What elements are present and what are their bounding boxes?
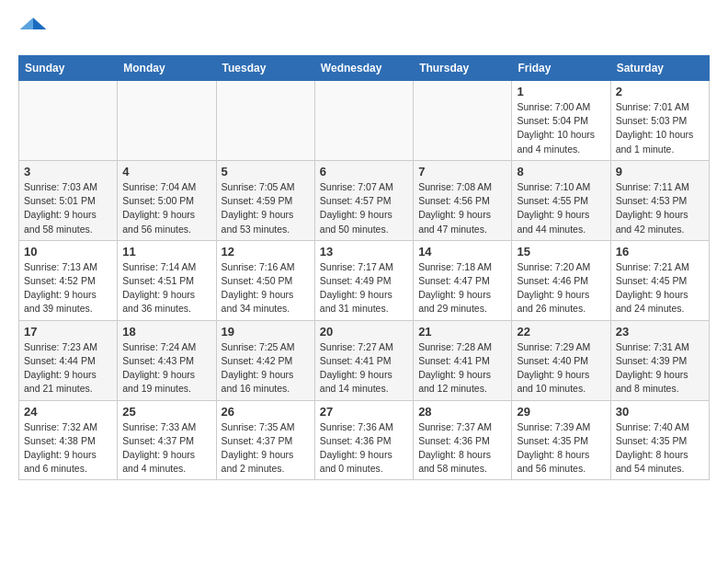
day-info: Sunrise: 7:31 AMSunset: 4:39 PMDaylight:… — [616, 340, 704, 396]
day-cell: 11Sunrise: 7:14 AMSunset: 4:51 PMDayligh… — [118, 240, 216, 320]
week-row-5: 24Sunrise: 7:32 AMSunset: 4:38 PMDayligh… — [19, 400, 710, 480]
day-info: Sunrise: 7:17 AMSunset: 4:49 PMDaylight:… — [320, 260, 408, 316]
day-number: 30 — [616, 405, 704, 419]
day-info: Sunrise: 7:33 AMSunset: 4:37 PMDaylight:… — [122, 420, 210, 477]
day-info: Sunrise: 7:11 AMSunset: 4:53 PMDaylight:… — [616, 180, 704, 236]
page: SundayMondayTuesdayWednesdayThursdayFrid… — [0, 0, 728, 495]
day-cell: 22Sunrise: 7:29 AMSunset: 4:40 PMDayligh… — [512, 320, 610, 400]
day-number: 18 — [122, 325, 210, 339]
day-cell: 13Sunrise: 7:17 AMSunset: 4:49 PMDayligh… — [314, 240, 413, 320]
day-number: 1 — [517, 85, 605, 98]
logo — [18, 15, 51, 44]
day-number: 27 — [320, 405, 408, 419]
day-number: 3 — [24, 165, 112, 178]
day-number: 13 — [320, 245, 408, 259]
day-info: Sunrise: 7:14 AMSunset: 4:51 PMDaylight:… — [122, 260, 210, 316]
day-cell: 19Sunrise: 7:25 AMSunset: 4:42 PMDayligh… — [216, 320, 314, 400]
day-cell: 23Sunrise: 7:31 AMSunset: 4:39 PMDayligh… — [610, 320, 709, 400]
week-row-3: 10Sunrise: 7:13 AMSunset: 4:52 PMDayligh… — [19, 240, 710, 320]
day-number: 14 — [418, 245, 506, 259]
day-cell — [216, 81, 314, 161]
col-header-thursday: Thursday — [414, 56, 512, 81]
col-header-wednesday: Wednesday — [314, 56, 413, 81]
day-info: Sunrise: 7:37 AMSunset: 4:36 PMDaylight:… — [418, 420, 506, 477]
col-header-monday: Monday — [118, 56, 216, 81]
day-number: 16 — [616, 245, 704, 259]
day-number: 11 — [122, 245, 210, 259]
day-info: Sunrise: 7:13 AMSunset: 4:52 PMDaylight:… — [24, 260, 112, 316]
day-cell: 29Sunrise: 7:39 AMSunset: 4:35 PMDayligh… — [512, 400, 610, 480]
day-number: 5 — [222, 165, 310, 178]
week-row-2: 3Sunrise: 7:03 AMSunset: 5:01 PMDaylight… — [19, 160, 710, 240]
day-number: 9 — [616, 165, 704, 178]
day-number: 17 — [24, 325, 112, 339]
col-header-saturday: Saturday — [610, 56, 709, 81]
day-number: 25 — [122, 405, 210, 419]
day-info: Sunrise: 7:40 AMSunset: 4:35 PMDaylight:… — [616, 420, 704, 477]
day-cell: 9Sunrise: 7:11 AMSunset: 4:53 PMDaylight… — [610, 160, 709, 240]
day-number: 4 — [122, 165, 210, 178]
day-cell — [414, 81, 512, 161]
day-info: Sunrise: 7:08 AMSunset: 4:56 PMDaylight:… — [418, 180, 506, 236]
week-row-4: 17Sunrise: 7:23 AMSunset: 4:44 PMDayligh… — [19, 320, 710, 400]
day-info: Sunrise: 7:10 AMSunset: 4:55 PMDaylight:… — [517, 180, 605, 236]
day-number: 7 — [418, 165, 506, 178]
day-cell: 2Sunrise: 7:01 AMSunset: 5:03 PMDaylight… — [610, 81, 709, 161]
day-info: Sunrise: 7:23 AMSunset: 4:44 PMDaylight:… — [24, 340, 112, 396]
day-cell: 25Sunrise: 7:33 AMSunset: 4:37 PMDayligh… — [118, 400, 216, 480]
day-cell: 16Sunrise: 7:21 AMSunset: 4:45 PMDayligh… — [610, 240, 709, 320]
header — [18, 15, 710, 44]
day-cell: 18Sunrise: 7:24 AMSunset: 4:43 PMDayligh… — [118, 320, 216, 400]
day-info: Sunrise: 7:28 AMSunset: 4:41 PMDaylight:… — [418, 340, 506, 396]
day-info: Sunrise: 7:00 AMSunset: 5:04 PMDaylight:… — [517, 100, 605, 156]
day-cell: 30Sunrise: 7:40 AMSunset: 4:35 PMDayligh… — [610, 400, 709, 480]
day-number: 19 — [222, 325, 310, 339]
day-info: Sunrise: 7:24 AMSunset: 4:43 PMDaylight:… — [122, 340, 210, 396]
day-info: Sunrise: 7:04 AMSunset: 5:00 PMDaylight:… — [122, 180, 210, 236]
day-number: 10 — [24, 245, 112, 259]
day-cell: 12Sunrise: 7:16 AMSunset: 4:50 PMDayligh… — [216, 240, 314, 320]
day-info: Sunrise: 7:25 AMSunset: 4:42 PMDaylight:… — [222, 340, 310, 396]
day-cell: 15Sunrise: 7:20 AMSunset: 4:46 PMDayligh… — [512, 240, 610, 320]
day-number: 23 — [616, 325, 704, 339]
day-info: Sunrise: 7:03 AMSunset: 5:01 PMDaylight:… — [24, 180, 112, 236]
day-cell — [314, 81, 413, 161]
day-number: 21 — [418, 325, 506, 339]
day-cell: 14Sunrise: 7:18 AMSunset: 4:47 PMDayligh… — [414, 240, 512, 320]
day-cell: 7Sunrise: 7:08 AMSunset: 4:56 PMDaylight… — [414, 160, 512, 240]
calendar-table: SundayMondayTuesdayWednesdayThursdayFrid… — [18, 55, 710, 480]
day-number: 6 — [320, 165, 408, 178]
day-number: 28 — [418, 405, 506, 419]
day-info: Sunrise: 7:29 AMSunset: 4:40 PMDaylight:… — [517, 340, 605, 396]
day-number: 8 — [517, 165, 605, 178]
day-cell: 6Sunrise: 7:07 AMSunset: 4:57 PMDaylight… — [314, 160, 413, 240]
day-number: 24 — [24, 405, 112, 419]
day-number: 26 — [222, 405, 310, 419]
day-info: Sunrise: 7:07 AMSunset: 4:57 PMDaylight:… — [320, 180, 408, 236]
day-cell: 27Sunrise: 7:36 AMSunset: 4:36 PMDayligh… — [314, 400, 413, 480]
day-cell: 5Sunrise: 7:05 AMSunset: 4:59 PMDaylight… — [216, 160, 314, 240]
day-number: 20 — [320, 325, 408, 339]
day-cell: 20Sunrise: 7:27 AMSunset: 4:41 PMDayligh… — [314, 320, 413, 400]
day-info: Sunrise: 7:16 AMSunset: 4:50 PMDaylight:… — [222, 260, 310, 316]
day-cell — [118, 81, 216, 161]
week-row-1: 1Sunrise: 7:00 AMSunset: 5:04 PMDaylight… — [19, 81, 710, 161]
day-info: Sunrise: 7:01 AMSunset: 5:03 PMDaylight:… — [616, 100, 704, 156]
day-cell: 17Sunrise: 7:23 AMSunset: 4:44 PMDayligh… — [19, 320, 118, 400]
calendar-header-row: SundayMondayTuesdayWednesdayThursdayFrid… — [19, 56, 710, 81]
col-header-tuesday: Tuesday — [216, 56, 314, 81]
day-info: Sunrise: 7:27 AMSunset: 4:41 PMDaylight:… — [320, 340, 408, 396]
day-info: Sunrise: 7:39 AMSunset: 4:35 PMDaylight:… — [517, 420, 605, 477]
day-cell: 4Sunrise: 7:04 AMSunset: 5:00 PMDaylight… — [118, 160, 216, 240]
col-header-sunday: Sunday — [19, 56, 118, 81]
day-info: Sunrise: 7:21 AMSunset: 4:45 PMDaylight:… — [616, 260, 704, 316]
day-number: 2 — [616, 85, 704, 98]
col-header-friday: Friday — [512, 56, 610, 81]
day-number: 22 — [517, 325, 605, 339]
day-info: Sunrise: 7:20 AMSunset: 4:46 PMDaylight:… — [517, 260, 605, 316]
day-cell: 3Sunrise: 7:03 AMSunset: 5:01 PMDaylight… — [19, 160, 118, 240]
day-cell: 8Sunrise: 7:10 AMSunset: 4:55 PMDaylight… — [512, 160, 610, 240]
day-number: 15 — [517, 245, 605, 259]
day-info: Sunrise: 7:18 AMSunset: 4:47 PMDaylight:… — [418, 260, 506, 316]
day-cell: 24Sunrise: 7:32 AMSunset: 4:38 PMDayligh… — [19, 400, 118, 480]
